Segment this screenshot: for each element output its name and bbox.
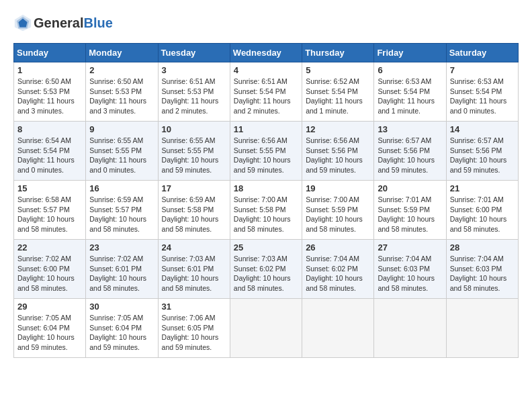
sunrise-text: Sunrise: 6:54 AM xyxy=(17,136,82,146)
calendar-row: 1Sunrise: 6:50 AMSunset: 5:53 PMDaylight… xyxy=(14,62,519,122)
sunrise-text: Sunrise: 6:55 AM xyxy=(89,136,154,146)
table-row: 31Sunrise: 7:06 AMSunset: 6:05 PMDayligh… xyxy=(158,299,230,358)
day-number: 16 xyxy=(89,183,154,193)
col-monday: Monday xyxy=(86,44,158,62)
day-number: 19 xyxy=(306,183,370,193)
sunrise-text: Sunrise: 7:05 AM xyxy=(17,313,82,323)
logo: GeneralBlue xyxy=(13,13,113,32)
table-row: 3Sunrise: 6:51 AMSunset: 5:53 PMDaylight… xyxy=(158,62,230,122)
sunrise-text: Sunrise: 6:50 AM xyxy=(17,77,82,87)
daylight-text: Daylight: 10 hours and 59 minutes. xyxy=(162,332,226,352)
day-number: 11 xyxy=(234,124,298,134)
daylight-text: Daylight: 11 hours and 3 minutes. xyxy=(89,96,154,116)
day-number: 14 xyxy=(450,124,515,134)
sunrise-text: Sunrise: 6:53 AM xyxy=(378,77,442,87)
sunrise-text: Sunrise: 7:03 AM xyxy=(234,254,298,264)
sunrise-text: Sunrise: 6:55 AM xyxy=(162,136,226,146)
table-row xyxy=(302,299,374,358)
table-row: 19Sunrise: 7:00 AMSunset: 5:59 PMDayligh… xyxy=(302,181,374,240)
table-row: 21Sunrise: 7:01 AMSunset: 6:00 PMDayligh… xyxy=(446,181,518,240)
col-thursday: Thursday xyxy=(302,44,374,62)
table-row xyxy=(446,299,518,358)
col-saturday: Saturday xyxy=(446,44,518,62)
daylight-text: Daylight: 10 hours and 58 minutes. xyxy=(450,214,515,234)
day-number: 5 xyxy=(306,65,370,75)
sunset-text: Sunset: 5:55 PM xyxy=(89,146,154,156)
table-row: 14Sunrise: 6:57 AMSunset: 5:56 PMDayligh… xyxy=(446,122,518,181)
table-row: 1Sunrise: 6:50 AMSunset: 5:53 PMDaylight… xyxy=(14,62,86,122)
day-number: 4 xyxy=(234,65,298,75)
table-row: 27Sunrise: 7:04 AMSunset: 6:03 PMDayligh… xyxy=(374,240,446,299)
sunrise-text: Sunrise: 7:00 AM xyxy=(234,195,298,205)
sunset-text: Sunset: 5:58 PM xyxy=(234,205,298,215)
sunset-text: Sunset: 6:03 PM xyxy=(378,264,442,274)
daylight-text: Daylight: 10 hours and 58 minutes. xyxy=(89,214,154,234)
table-row: 24Sunrise: 7:03 AMSunset: 6:01 PMDayligh… xyxy=(158,240,230,299)
table-row: 7Sunrise: 6:53 AMSunset: 5:54 PMDaylight… xyxy=(446,62,518,122)
day-number: 8 xyxy=(17,124,82,134)
daylight-text: Daylight: 10 hours and 58 minutes. xyxy=(450,273,515,293)
table-row: 6Sunrise: 6:53 AMSunset: 5:54 PMDaylight… xyxy=(374,62,446,122)
calendar-row: 22Sunrise: 7:02 AMSunset: 6:00 PMDayligh… xyxy=(14,240,519,299)
sunset-text: Sunset: 5:56 PM xyxy=(450,146,515,156)
day-number: 9 xyxy=(89,124,154,134)
day-number: 18 xyxy=(234,183,298,193)
daylight-text: Daylight: 10 hours and 58 minutes. xyxy=(234,273,298,293)
calendar-row: 29Sunrise: 7:05 AMSunset: 6:04 PMDayligh… xyxy=(14,299,519,358)
day-number: 17 xyxy=(162,183,226,193)
col-tuesday: Tuesday xyxy=(158,44,230,62)
day-number: 10 xyxy=(162,124,226,134)
table-row: 4Sunrise: 6:51 AMSunset: 5:54 PMDaylight… xyxy=(230,62,302,122)
table-row: 16Sunrise: 6:59 AMSunset: 5:57 PMDayligh… xyxy=(86,181,158,240)
sunset-text: Sunset: 5:56 PM xyxy=(378,146,442,156)
table-row: 29Sunrise: 7:05 AMSunset: 6:04 PMDayligh… xyxy=(14,299,86,358)
sunset-text: Sunset: 5:57 PM xyxy=(89,205,154,215)
daylight-text: Daylight: 10 hours and 58 minutes. xyxy=(234,214,298,234)
daylight-text: Daylight: 10 hours and 58 minutes. xyxy=(162,273,226,293)
header-row: Sunday Monday Tuesday Wednesday Thursday… xyxy=(14,44,519,62)
daylight-text: Daylight: 10 hours and 59 minutes. xyxy=(17,332,82,352)
table-row: 5Sunrise: 6:52 AMSunset: 5:54 PMDaylight… xyxy=(302,62,374,122)
sunset-text: Sunset: 5:54 PM xyxy=(234,87,298,97)
sunrise-text: Sunrise: 6:56 AM xyxy=(306,136,370,146)
sunset-text: Sunset: 6:01 PM xyxy=(89,264,154,274)
daylight-text: Daylight: 11 hours and 0 minutes. xyxy=(89,155,154,175)
table-row: 11Sunrise: 6:56 AMSunset: 5:55 PMDayligh… xyxy=(230,122,302,181)
daylight-text: Daylight: 11 hours and 0 minutes. xyxy=(450,96,515,116)
day-number: 27 xyxy=(378,242,442,253)
calendar-table: Sunday Monday Tuesday Wednesday Thursday… xyxy=(13,43,519,358)
sunset-text: Sunset: 6:00 PM xyxy=(17,264,82,274)
sunrise-text: Sunrise: 7:04 AM xyxy=(378,254,442,264)
table-row: 13Sunrise: 6:57 AMSunset: 5:56 PMDayligh… xyxy=(374,122,446,181)
sunrise-text: Sunrise: 6:58 AM xyxy=(17,195,82,205)
sunrise-text: Sunrise: 7:04 AM xyxy=(450,254,515,264)
sunrise-text: Sunrise: 6:51 AM xyxy=(234,77,298,87)
daylight-text: Daylight: 10 hours and 59 minutes. xyxy=(89,332,154,352)
sunset-text: Sunset: 5:54 PM xyxy=(450,87,515,97)
sunset-text: Sunset: 5:53 PM xyxy=(17,87,82,97)
sunrise-text: Sunrise: 7:06 AM xyxy=(162,313,226,323)
sunrise-text: Sunrise: 7:01 AM xyxy=(450,195,515,205)
table-row: 10Sunrise: 6:55 AMSunset: 5:55 PMDayligh… xyxy=(158,122,230,181)
sunset-text: Sunset: 5:55 PM xyxy=(234,146,298,156)
day-number: 1 xyxy=(17,65,82,75)
sunrise-text: Sunrise: 7:00 AM xyxy=(306,195,370,205)
table-row: 9Sunrise: 6:55 AMSunset: 5:55 PMDaylight… xyxy=(86,122,158,181)
day-number: 23 xyxy=(89,242,154,253)
calendar-row: 15Sunrise: 6:58 AMSunset: 5:57 PMDayligh… xyxy=(14,181,519,240)
day-number: 31 xyxy=(162,302,226,312)
sunrise-text: Sunrise: 6:50 AM xyxy=(89,77,154,87)
table-row: 17Sunrise: 6:59 AMSunset: 5:58 PMDayligh… xyxy=(158,181,230,240)
sunset-text: Sunset: 6:00 PM xyxy=(450,205,515,215)
daylight-text: Daylight: 10 hours and 58 minutes. xyxy=(17,273,82,293)
col-friday: Friday xyxy=(374,44,446,62)
sunrise-text: Sunrise: 6:53 AM xyxy=(450,77,515,87)
day-number: 25 xyxy=(234,242,298,253)
table-row: 25Sunrise: 7:03 AMSunset: 6:02 PMDayligh… xyxy=(230,240,302,299)
day-number: 2 xyxy=(89,65,154,75)
day-number: 7 xyxy=(450,65,515,75)
sunset-text: Sunset: 5:54 PM xyxy=(17,146,82,156)
table-row: 18Sunrise: 7:00 AMSunset: 5:58 PMDayligh… xyxy=(230,181,302,240)
page-header: GeneralBlue xyxy=(13,13,519,32)
day-number: 15 xyxy=(17,183,82,193)
